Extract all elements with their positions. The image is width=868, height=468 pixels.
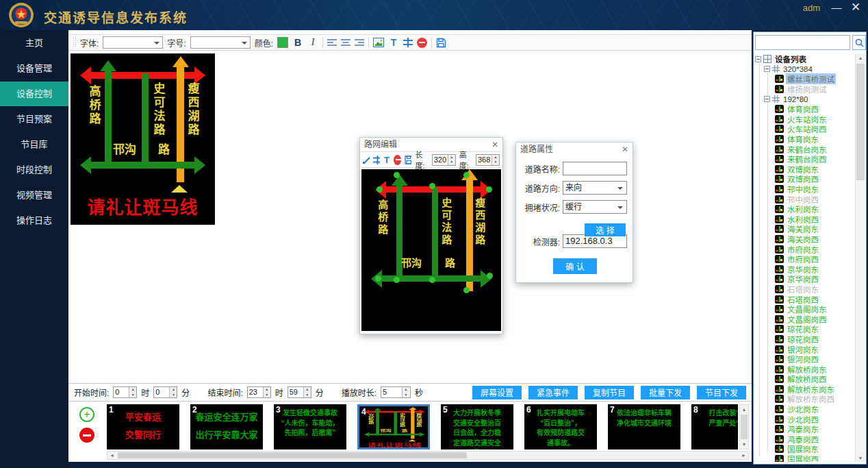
expand-toggle-icon[interactable]	[755, 56, 761, 62]
tree-item[interactable]: 320*384	[755, 64, 854, 75]
scrollbar-thumb[interactable]	[118, 452, 467, 458]
close-icon[interactable]: ✕	[622, 143, 628, 156]
tree-item[interactable]: 设备列表	[755, 54, 854, 64]
road-network-icon[interactable]	[403, 38, 413, 47]
tree-item[interactable]: 沙北岗西	[755, 414, 854, 424]
tree-item[interactable]: 螺丝湾桥测试	[755, 74, 854, 84]
start-minute-stepper[interactable]: 0▲▼	[153, 386, 177, 398]
tree-item[interactable]: 琼花岗东	[755, 324, 854, 334]
duration-stepper[interactable]: 5▲▼	[381, 386, 411, 398]
align-right-icon[interactable]	[355, 38, 364, 47]
scrollbar-thumb[interactable]	[856, 64, 865, 180]
close-button[interactable]: ✕	[847, 1, 864, 14]
road-name-field[interactable]	[563, 162, 627, 175]
node-handle[interactable]	[394, 277, 400, 283]
toolbar-drag-handle[interactable]	[73, 37, 76, 48]
road-network-icon[interactable]	[373, 156, 380, 164]
insert-image-icon[interactable]	[373, 38, 384, 47]
sidebar-item[interactable]: 节目库	[0, 132, 68, 157]
scroll-left-icon[interactable]: ◄	[107, 452, 116, 459]
tree-item[interactable]: 国展岗西	[755, 454, 854, 462]
tree-item[interactable]: 水利岗东	[755, 204, 854, 214]
user-name[interactable]: adm	[803, 3, 820, 13]
tree-item[interactable]: 解放桥东岗东	[755, 384, 854, 395]
tree-item[interactable]: 192*80	[755, 94, 854, 104]
thumbnail-scrollbar-vertical[interactable]: ▲ ▼	[739, 404, 749, 449]
start-hour-stepper[interactable]: 0▲▼	[113, 386, 137, 398]
tree-scrollbar[interactable]: ▲ ▼	[855, 53, 865, 463]
sidebar-item[interactable]: 操作日志	[0, 208, 68, 233]
node-handle[interactable]	[376, 186, 383, 193]
tree-item[interactable]: 邗中岗东	[755, 184, 854, 195]
sidebar-item[interactable]: 主页	[0, 31, 68, 56]
action-button[interactable]: 节目下发	[697, 386, 746, 399]
tree-item[interactable]: 银河岗西	[755, 354, 854, 365]
tree-item[interactable]: 解放桥东岗西	[755, 394, 854, 404]
tree-item[interactable]: 石塔岗西	[755, 294, 854, 304]
search-input[interactable]	[755, 35, 850, 50]
tree-item[interactable]: 市府岗东	[755, 244, 854, 254]
tree-item[interactable]: 琼花岗西	[755, 334, 854, 345]
action-button[interactable]: 紧急事件	[528, 386, 578, 399]
expand-toggle-icon[interactable]	[764, 66, 770, 72]
draw-line-icon[interactable]	[363, 156, 370, 164]
tree-item[interactable]: 来鹤台岗西	[755, 154, 854, 164]
confirm-button[interactable]: 确 认	[553, 258, 597, 274]
thumbnail[interactable]: 4 高桥路 史可法路 瘦西湖路 邗沟 路 请礼让斑马线	[357, 404, 430, 449]
thumbnail[interactable]: 1平安春运交警同行	[107, 404, 179, 449]
tree-item[interactable]: 解放桥岗东	[755, 364, 854, 374]
close-icon[interactable]: ✕	[492, 138, 498, 151]
remove-program-button[interactable]	[79, 428, 94, 443]
tree-item[interactable]: 体育岗西	[755, 104, 854, 114]
thumbnail[interactable]: 3发生轻微交通事故“人未伤，车能动，先拍照，后撤离”	[274, 404, 346, 449]
tree-item[interactable]: 体育岗东	[755, 134, 854, 145]
thumbnail[interactable]: 7依法治理非标车辆净化城市交通环境	[608, 404, 680, 449]
roadnet-canvas[interactable]: 高桥路 史可法路 瘦西湖路 邗沟 路	[361, 169, 501, 331]
scroll-up-icon[interactable]: ▲	[856, 53, 865, 62]
scroll-down-icon[interactable]: ▼	[856, 454, 865, 463]
color-swatch[interactable]	[277, 37, 288, 48]
tree-item[interactable]: 文昌阁岗西	[755, 314, 854, 324]
tree-item[interactable]: 来鹤台岗东	[755, 144, 854, 154]
tree-item[interactable]: 石塔岗东	[755, 284, 854, 295]
font-select[interactable]	[103, 36, 163, 49]
end-hour-stepper[interactable]: 23▲▼	[247, 386, 271, 398]
tree-item[interactable]: 文昌阁岗东	[755, 304, 854, 315]
node-handle[interactable]	[375, 275, 381, 282]
minimize-button[interactable]: —	[828, 1, 845, 14]
node-handle[interactable]	[463, 287, 470, 293]
tree-item[interactable]: 鸿泰岗西	[755, 434, 854, 445]
scroll-up-icon[interactable]: ▲	[740, 405, 748, 414]
congestion-select[interactable]: 缓行	[563, 200, 627, 214]
tree-item[interactable]: 维扬岗测试	[755, 84, 854, 95]
add-program-button[interactable]: +	[79, 407, 94, 422]
thumbnail-scrollbar-horizontal[interactable]: ◄ ►	[107, 451, 749, 460]
tree-item[interactable]: 解放桥岗西	[755, 374, 854, 384]
detector-field[interactable]: 192.168.0.3	[563, 234, 627, 248]
road-direction-select[interactable]: 来向	[563, 181, 627, 195]
action-button[interactable]: 批量下发	[641, 386, 690, 399]
select-button[interactable]: 选 择	[585, 223, 626, 236]
delete-icon[interactable]	[394, 155, 402, 165]
italic-button[interactable]: I	[307, 37, 318, 48]
tree-item[interactable]: 银河岗东	[755, 344, 854, 354]
scroll-right-icon[interactable]: ►	[739, 452, 748, 459]
length-stepper[interactable]: 320▲▼	[432, 154, 456, 166]
tree-item[interactable]: 国展岗东	[755, 444, 854, 454]
height-stepper[interactable]: 368▲▼	[476, 154, 500, 166]
thumbnail[interactable]: 5大力开展秋冬季交通安全整治百日会战，全力稳定道路交通安全形势！	[441, 404, 513, 449]
text-tool-icon[interactable]: T	[388, 37, 399, 48]
tree-item[interactable]: 邗中岗西	[755, 194, 854, 204]
tree-item[interactable]: 火车站岗东	[755, 114, 854, 125]
bold-button[interactable]: B	[292, 37, 303, 48]
sidebar-item[interactable]: 设备控制	[0, 82, 68, 106]
tree-item[interactable]: 京华岗西	[755, 274, 854, 284]
tree-item[interactable]: 海关岗西	[755, 234, 854, 245]
tree-item[interactable]: 海关岗东	[755, 224, 854, 234]
save-icon[interactable]	[436, 38, 446, 48]
sidebar-item[interactable]: 设备管理	[0, 56, 68, 81]
action-button[interactable]: 复制节目	[585, 386, 634, 399]
font-size-select[interactable]	[190, 36, 251, 49]
tree-item[interactable]: 双博岗东	[755, 164, 854, 175]
tree-item[interactable]: 火车站岗西	[755, 124, 854, 134]
